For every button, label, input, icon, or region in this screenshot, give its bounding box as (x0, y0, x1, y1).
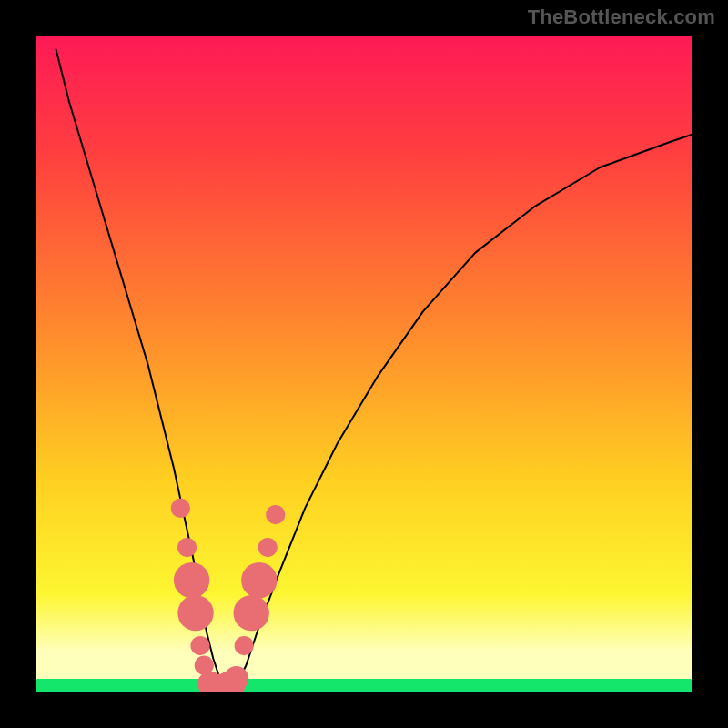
curve-marker (224, 666, 248, 691)
curve-marker (241, 562, 277, 598)
gradient-bg (36, 36, 692, 692)
curve-marker (234, 595, 269, 631)
curve-marker (235, 636, 254, 655)
curve-marker (190, 636, 209, 655)
watermark-text: TheBottleneck.com (528, 5, 715, 29)
curve-marker (177, 538, 197, 557)
curve-marker (266, 505, 285, 524)
curve-marker (258, 538, 278, 557)
chart-svg (36, 36, 692, 692)
chart-root: TheBottleneck.com (0, 0, 728, 728)
curve-marker (174, 562, 209, 598)
green-band (36, 679, 692, 692)
curve-marker (171, 499, 190, 518)
curve-marker (177, 595, 213, 631)
plot-area (36, 36, 692, 692)
